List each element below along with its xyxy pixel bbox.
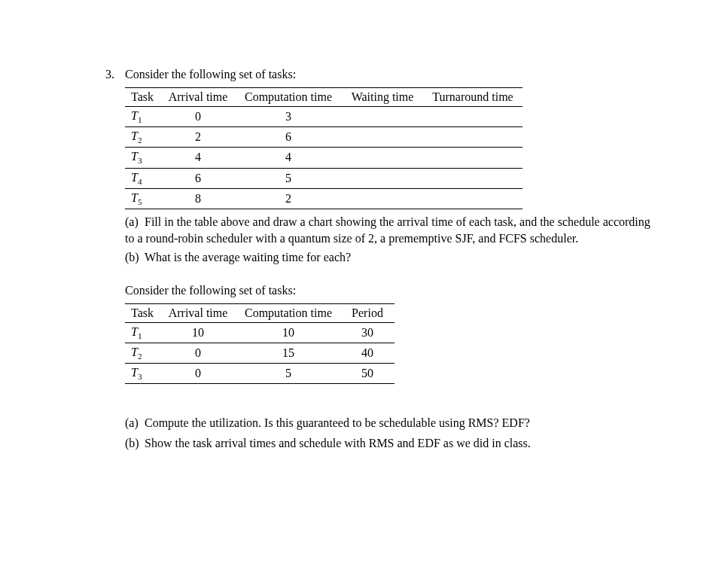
cell-period: 40: [342, 343, 395, 363]
cell-arrival: 8: [161, 188, 236, 209]
cell-arrival: 4: [161, 148, 236, 168]
cell-wait: [342, 188, 425, 209]
cell-wait: [342, 107, 425, 127]
table2-header-row: Task Arrival time Computation time Perio…: [125, 303, 395, 322]
cell-turn: [425, 168, 522, 188]
problem-number: 3.: [105, 68, 114, 455]
th2-arrival: Arrival time: [161, 303, 236, 322]
table-row: T30550: [125, 364, 395, 384]
sub-part: (b)What is the average waiting time for …: [125, 249, 662, 266]
cell-task: T1: [125, 322, 161, 343]
cell-task: T3: [125, 364, 161, 384]
cell-comp: 2: [236, 188, 342, 209]
sub-part-text: Fill in the table above and draw a chart…: [125, 215, 650, 245]
cell-period: 30: [342, 322, 395, 343]
problem-3: 3. Consider the following set of tasks: …: [105, 68, 662, 455]
subparts-2: (a)Compute the utilization. Is this guar…: [125, 414, 662, 452]
cell-turn: [425, 107, 522, 127]
cell-wait: [342, 148, 425, 168]
th-wait: Waiting time: [342, 88, 425, 107]
lead-text-2: Consider the following set of tasks:: [125, 284, 662, 297]
cell-arrival: 0: [161, 364, 236, 384]
task-table-2: Task Arrival time Computation time Perio…: [125, 303, 395, 385]
cell-task: T1: [125, 107, 161, 127]
th2-period: Period: [342, 303, 395, 322]
cell-comp: 5: [236, 364, 342, 384]
cell-task: T5: [125, 188, 161, 209]
cell-comp: 3: [236, 107, 342, 127]
cell-wait: [342, 168, 425, 188]
th2-comp: Computation time: [236, 303, 342, 322]
table1-header-row: Task Arrival time Computation time Waiti…: [125, 88, 522, 107]
sub-part-label: (a): [125, 214, 145, 230]
th-comp: Computation time: [236, 88, 342, 107]
cell-turn: [425, 148, 522, 168]
sub-part-label: (a): [125, 414, 145, 431]
sub-part-text: Show the task arrival times and schedule…: [145, 437, 531, 449]
sub-part-text: Compute the utilization. Is this guarant…: [145, 416, 530, 429]
table-row: T344: [125, 148, 522, 168]
cell-comp: 5: [236, 168, 342, 188]
cell-arrival: 2: [161, 127, 236, 148]
cell-wait: [342, 127, 425, 148]
cell-turn: [425, 127, 522, 148]
cell-comp: 4: [236, 148, 342, 168]
cell-task: T2: [125, 343, 161, 363]
table-row: T1101030: [125, 322, 395, 343]
table-row: T201540: [125, 343, 395, 363]
table-row: T465: [125, 168, 522, 188]
subparts-1: (a)Fill in the table above and draw a ch…: [125, 214, 662, 266]
cell-comp: 15: [236, 343, 342, 363]
th2-task: Task: [125, 303, 161, 322]
lead-text-1: Consider the following set of tasks:: [125, 68, 662, 81]
cell-turn: [425, 188, 522, 209]
sub-part-text: What is the average waiting time for eac…: [145, 251, 351, 264]
sub-part: (a)Compute the utilization. Is this guar…: [125, 414, 662, 431]
th-turn: Turnaround time: [425, 88, 522, 107]
cell-arrival: 0: [161, 343, 236, 363]
cell-task: T2: [125, 127, 161, 148]
sub-part: (a)Fill in the table above and draw a ch…: [125, 214, 662, 246]
cell-period: 50: [342, 364, 395, 384]
table-row: T226: [125, 127, 522, 148]
th-arrival: Arrival time: [161, 88, 236, 107]
cell-comp: 10: [236, 322, 342, 343]
sub-part-label: (b): [125, 249, 145, 266]
table-row: T582: [125, 188, 522, 209]
cell-arrival: 6: [161, 168, 236, 188]
cell-task: T3: [125, 148, 161, 168]
cell-arrival: 10: [161, 322, 236, 343]
table-row: T103: [125, 107, 522, 127]
problem-body: Consider the following set of tasks: Tas…: [125, 68, 662, 455]
th-task: Task: [125, 88, 161, 107]
task-table-1: Task Arrival time Computation time Waiti…: [125, 87, 522, 209]
sub-part: (b)Show the task arrival times and sched…: [125, 434, 662, 452]
cell-comp: 6: [236, 127, 342, 148]
cell-task: T4: [125, 168, 161, 188]
sub-part-label: (b): [125, 434, 145, 452]
cell-arrival: 0: [161, 107, 236, 127]
